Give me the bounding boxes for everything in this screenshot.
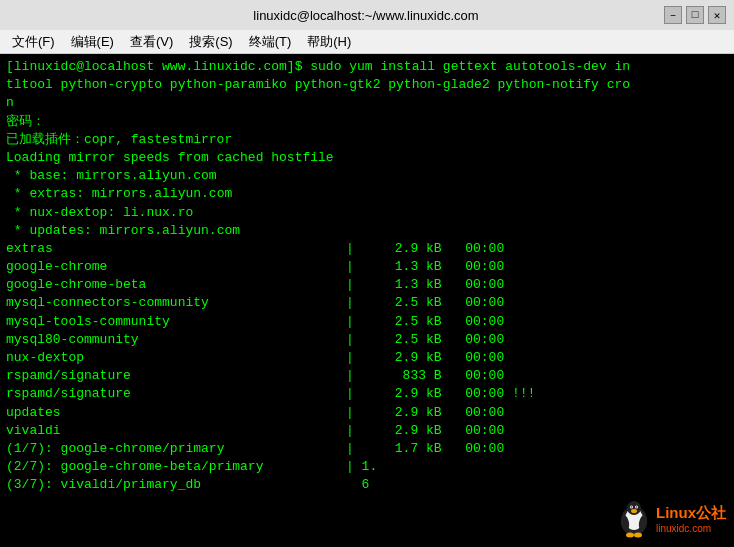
terminal-window: linuxidc@localhost:~/www.linuxidc.com – …	[0, 0, 734, 547]
table-row: updates | 2.9 kB 00:00	[6, 404, 728, 422]
svg-point-6	[636, 506, 638, 508]
table-row: google-chrome-beta | 1.3 kB 00:00	[6, 276, 728, 294]
maximize-button[interactable]: □	[686, 6, 704, 24]
terminal-line: 密码：	[6, 113, 728, 131]
terminal-line: Loading mirror speeds from cached hostfi…	[6, 149, 728, 167]
terminal-line: * updates: mirrors.aliyun.com	[6, 222, 728, 240]
menu-bar: 文件(F) 编辑(E) 查看(V) 搜索(S) 终端(T) 帮助(H)	[0, 30, 734, 54]
table-row: rspamd/signature | 833 B 00:00	[6, 367, 728, 385]
table-row: google-chrome | 1.3 kB 00:00	[6, 258, 728, 276]
table-row: nux-dextop | 2.9 kB 00:00	[6, 349, 728, 367]
terminal-line: * extras: mirrors.aliyun.com	[6, 185, 728, 203]
table-row: vivaldi | 2.9 kB 00:00	[6, 422, 728, 440]
table-row: extras | 2.9 kB 00:00	[6, 240, 728, 258]
menu-terminal[interactable]: 终端(T)	[241, 31, 300, 53]
svg-point-11	[634, 533, 642, 538]
menu-edit[interactable]: 编辑(E)	[63, 31, 122, 53]
tux-icon	[616, 499, 652, 539]
minimize-button[interactable]: –	[664, 6, 682, 24]
window-controls: – □ ✕	[664, 6, 726, 24]
svg-point-5	[631, 506, 633, 508]
terminal-line: * base: mirrors.aliyun.com	[6, 167, 728, 185]
watermark-brand: Linux公社 linuxidc.com	[656, 504, 726, 534]
title-bar: linuxidc@localhost:~/www.linuxidc.com – …	[0, 0, 734, 30]
table-row: mysql-tools-community | 2.5 kB 00:00	[6, 313, 728, 331]
svg-point-10	[626, 533, 634, 538]
table-row: rspamd/signature | 2.9 kB 00:00 !!!	[6, 385, 728, 403]
terminal-line: * nux-dextop: li.nux.ro	[6, 204, 728, 222]
menu-view[interactable]: 查看(V)	[122, 31, 181, 53]
menu-help[interactable]: 帮助(H)	[299, 31, 359, 53]
table-row: (2/7): google-chrome-beta/primary | 1.	[6, 458, 728, 476]
menu-search[interactable]: 搜索(S)	[181, 31, 240, 53]
svg-point-7	[631, 509, 637, 513]
terminal-line: [linuxidc@localhost www.linuxidc.com]$ s…	[6, 58, 728, 76]
table-row: mysql-connectors-community | 2.5 kB 00:0…	[6, 294, 728, 312]
terminal-line: tltool python-crypto python-paramiko pyt…	[6, 76, 728, 94]
table-row: (3/7): vivaldi/primary_db 6	[6, 476, 728, 494]
table-row: mysql80-community | 2.5 kB 00:00	[6, 331, 728, 349]
terminal-line: 已加载插件：copr, fastestmirror	[6, 131, 728, 149]
close-button[interactable]: ✕	[708, 6, 726, 24]
table-row: (1/7): google-chrome/primary | 1.7 kB 00…	[6, 440, 728, 458]
menu-file[interactable]: 文件(F)	[4, 31, 63, 53]
terminal-body[interactable]: [linuxidc@localhost www.linuxidc.com]$ s…	[0, 54, 734, 547]
watermark: Linux公社 linuxidc.com	[616, 499, 726, 539]
terminal-line: n	[6, 94, 728, 112]
window-title: linuxidc@localhost:~/www.linuxidc.com	[68, 8, 664, 23]
